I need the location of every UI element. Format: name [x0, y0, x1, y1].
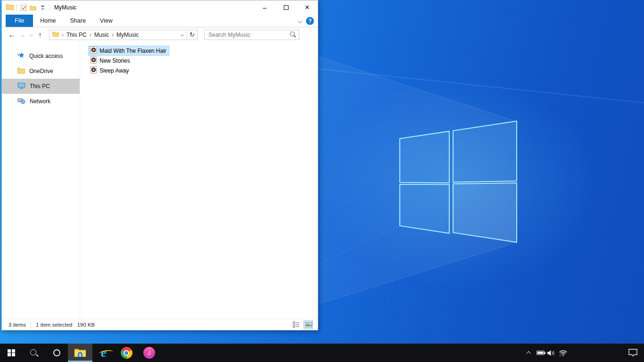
title-bar: MyMusic – ×	[2, 0, 318, 15]
network-icon	[17, 98, 25, 106]
music-note-glyph: ♫	[147, 349, 151, 356]
start-button[interactable]	[0, 344, 23, 362]
sidebar-item-label: Quick access	[29, 53, 63, 59]
taskbar: e ♫	[0, 344, 644, 362]
search-input[interactable]	[205, 32, 289, 38]
chevron-down-icon	[180, 33, 183, 36]
internet-explorer-icon: e	[101, 346, 107, 359]
separator	[31, 321, 31, 328]
window-folder-icon	[6, 4, 14, 11]
volume-icon[interactable]	[546, 344, 557, 362]
search-icon	[29, 348, 39, 358]
itunes-button[interactable]: ♫	[138, 344, 160, 362]
file-name: Maid With The Flaxen Hair	[99, 48, 166, 54]
up-button[interactable]: ↑	[35, 31, 45, 39]
file-name: New Stories	[99, 58, 130, 64]
sidebar-item-label: Network	[30, 98, 50, 105]
chrome-button[interactable]	[115, 344, 138, 362]
separator	[50, 4, 50, 11]
onedrive-folder-icon	[17, 67, 25, 75]
help-button[interactable]: ?	[306, 17, 314, 25]
search-icon[interactable]	[289, 31, 297, 39]
tab-share[interactable]: Share	[63, 15, 93, 27]
this-pc-monitor-icon	[17, 82, 25, 90]
search-box	[204, 30, 299, 40]
items-count: 3 items	[8, 322, 26, 328]
properties-button[interactable]	[19, 2, 28, 13]
music-file-icon	[90, 46, 97, 55]
cortana-button[interactable]	[45, 344, 68, 362]
selection-count: 1 item selected	[36, 322, 72, 328]
status-bar: 3 items 1 item selected 190 KB	[2, 319, 318, 330]
breadcrumb-separator: ›	[112, 32, 114, 38]
maximize-button[interactable]	[275, 0, 297, 15]
system-tray	[523, 344, 644, 362]
wifi-icon[interactable]	[557, 344, 569, 362]
refresh-button[interactable]: ↻	[187, 30, 197, 40]
window-title: MyMusic	[54, 4, 76, 11]
chevron-down-icon	[41, 7, 44, 10]
taskbar-search-button[interactable]	[23, 344, 45, 362]
forward-button[interactable]: →	[17, 31, 27, 39]
windows-logo-icon	[8, 349, 15, 357]
music-file-icon	[90, 66, 97, 75]
maximize-icon	[284, 5, 289, 10]
chevron-down-icon	[29, 33, 33, 36]
details-view-button[interactable]	[291, 321, 301, 329]
file-row-sleep-away[interactable]: Sleep Away	[88, 66, 132, 75]
show-hidden-icons-button[interactable]	[523, 344, 535, 362]
file-list: Maid With The Flaxen Hair New Stories Sl…	[88, 46, 169, 75]
breadcrumb-mymusic[interactable]: MyMusic	[116, 32, 139, 38]
battery-icon[interactable]	[535, 344, 546, 362]
music-file-icon	[90, 56, 97, 65]
breadcrumb-separator: ›	[90, 32, 91, 38]
notification-bubble-icon	[628, 349, 637, 357]
back-button[interactable]: ←	[7, 31, 17, 39]
tab-file[interactable]: File	[6, 15, 33, 27]
chrome-icon	[121, 347, 132, 359]
expand-ribbon-button[interactable]	[298, 17, 301, 24]
separator	[16, 4, 17, 11]
sidebar-item-onedrive[interactable]: OneDrive	[2, 64, 80, 79]
chevron-up-icon	[526, 351, 531, 356]
customize-toolbar-button[interactable]	[38, 2, 47, 13]
internet-explorer-button[interactable]: e	[92, 344, 115, 362]
file-explorer-icon	[74, 347, 86, 359]
close-button[interactable]: ×	[297, 0, 318, 15]
tab-home[interactable]: Home	[33, 15, 63, 27]
file-explorer-window: MyMusic – × File Home Share View ? ← → ↑…	[1, 0, 318, 330]
minimize-button[interactable]: –	[254, 0, 275, 15]
large-icons-view-button[interactable]	[304, 321, 313, 329]
navigation-pane: Quick access OneDrive This PC Network	[2, 42, 80, 319]
cortana-circle-icon	[53, 349, 60, 356]
address-folder-icon	[52, 31, 59, 38]
chevron-down-icon	[298, 19, 302, 23]
navigation-bar: ← → ↑ › This PC › Music › MyMusic ↻	[2, 27, 318, 42]
sidebar-item-this-pc[interactable]: This PC	[2, 79, 80, 94]
breadcrumb-separator: ›	[62, 32, 64, 38]
taskbar-file-explorer-button[interactable]	[68, 344, 92, 362]
file-row-new-stories[interactable]: New Stories	[88, 56, 133, 66]
recent-locations-button[interactable]	[27, 33, 35, 36]
selection-size: 190 KB	[77, 322, 95, 328]
ribbon-tab-bar: File Home Share View	[2, 15, 318, 27]
new-folder-button[interactable]	[28, 2, 38, 13]
sidebar-item-label: This PC	[30, 83, 50, 90]
file-row-maid-with-the-flaxen-hair[interactable]: Maid With The Flaxen Hair	[88, 46, 169, 56]
address-dropdown-button[interactable]	[177, 30, 187, 40]
breadcrumb-this-pc[interactable]: This PC	[66, 32, 87, 38]
sidebar-item-quick-access[interactable]: Quick access	[2, 49, 80, 64]
action-center-button[interactable]	[621, 349, 644, 357]
sidebar-item-label: OneDrive	[29, 68, 53, 74]
address-bar[interactable]: › This PC › Music › MyMusic ↻	[49, 30, 198, 40]
sidebar-item-network[interactable]: Network	[2, 94, 80, 109]
file-name: Sleep Away	[99, 67, 129, 74]
itunes-icon: ♫	[143, 347, 155, 359]
tab-view[interactable]: View	[93, 15, 120, 27]
quick-access-star-icon	[17, 52, 25, 60]
breadcrumb-music[interactable]: Music	[94, 32, 109, 38]
